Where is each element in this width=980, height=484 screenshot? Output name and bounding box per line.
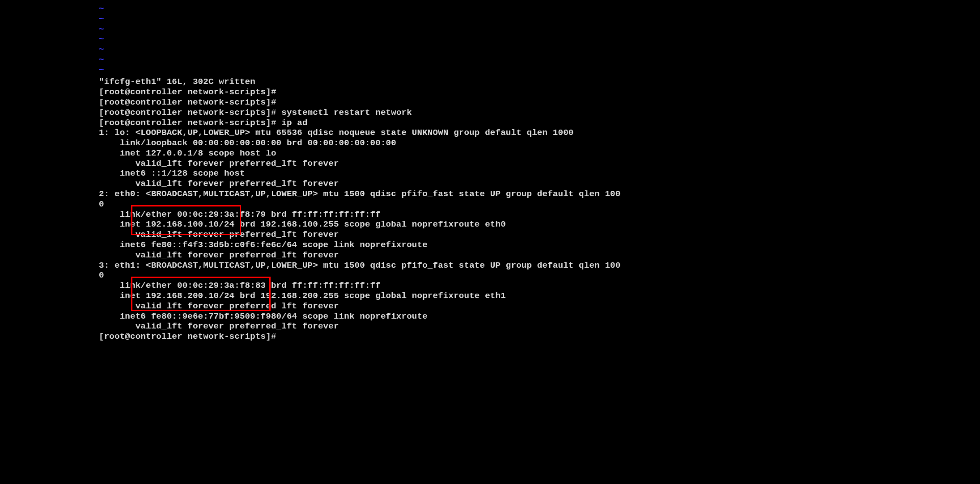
terminal-window[interactable]: ~ ~ ~ ~ ~ ~ ~ "ifcfg-eth1" 16L, 302C wri…: [0, 0, 980, 484]
ip-eth0-lft6: valid_lft forever preferred_lft forever: [99, 250, 339, 261]
ip-eth1-inet: inet 192.168.200.10/24 brd 192.168.200.2…: [99, 291, 506, 301]
ip-eth0-inet: inet 192.168.100.10/24 brd 192.168.100.2…: [99, 219, 506, 230]
vi-tilde: ~: [99, 34, 104, 45]
ip-eth1-link: link/ether 00:0c:29:3a:f8:83 brd ff:ff:f…: [99, 281, 381, 291]
vi-tilde: ~: [99, 14, 104, 25]
shell-cmd-restart: [root@controller network-scripts]# syste…: [99, 108, 412, 118]
ip-eth1-lft: valid_lft forever preferred_lft forever: [99, 301, 339, 311]
shell-prompt-empty-2: [root@controller network-scripts]#: [99, 97, 281, 108]
ip-lo-inet: inet 127.0.0.1/8 scope host lo: [99, 148, 276, 159]
shell-cmd-ipad: [root@controller network-scripts]# ip ad: [99, 118, 308, 128]
ip-eth0-lft: valid_lft forever preferred_lft forever: [99, 230, 339, 240]
ip-eth0-header: 2: eth0: <BROADCAST,MULTICAST,UP,LOWER_U…: [99, 189, 620, 199]
vi-tilde: ~: [99, 55, 104, 65]
shell-prompt-final[interactable]: [root@controller network-scripts]#: [99, 332, 281, 342]
ip-eth0-inet6: inet6 fe80::f4f3:3d5b:c0f6:fe6c/64 scope…: [99, 240, 428, 250]
ip-eth1-header-wrap: 0: [99, 270, 104, 281]
vi-tilde: ~: [99, 4, 104, 14]
ip-eth0-header-wrap: 0: [99, 199, 104, 210]
ip-lo-header: 1: lo: <LOOPBACK,UP,LOWER_UP> mtu 65536 …: [99, 128, 573, 138]
ip-eth1-lft6: valid_lft forever preferred_lft forever: [99, 321, 339, 332]
ip-lo-lft: valid_lft forever preferred_lft forever: [99, 159, 339, 169]
shell-prompt-empty-1: [root@controller network-scripts]#: [99, 87, 281, 97]
vi-tilde: ~: [99, 65, 104, 76]
vi-tilde: ~: [99, 45, 104, 55]
ip-eth1-header: 3: eth1: <BROADCAST,MULTICAST,UP,LOWER_U…: [99, 261, 620, 271]
vi-tilde: ~: [99, 25, 104, 35]
ip-eth0-link: link/ether 00:0c:29:3a:f8:79 brd ff:ff:f…: [99, 210, 381, 220]
vi-written-message: "ifcfg-eth1" 16L, 302C written: [99, 77, 255, 87]
ip-lo-link: link/loopback 00:00:00:00:00:00 brd 00:0…: [99, 138, 396, 148]
ip-lo-inet6: inet6 ::1/128 scope host: [99, 168, 245, 179]
ip-lo-lft6: valid_lft forever preferred_lft forever: [99, 179, 339, 189]
ip-eth1-inet6: inet6 fe80::9e6e:77bf:9509:f980/64 scope…: [99, 311, 428, 322]
